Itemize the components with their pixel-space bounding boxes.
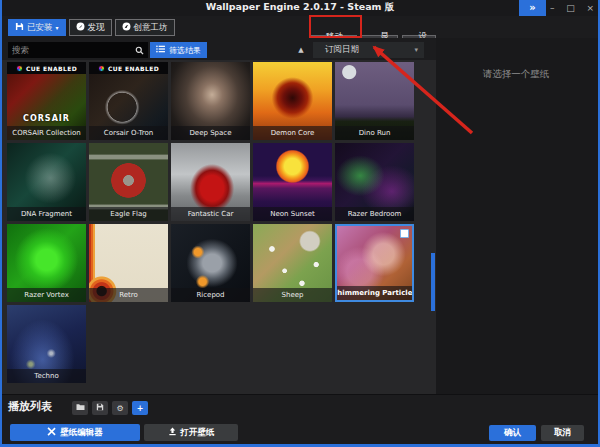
wallpaper-grid-region: CUE ENABLEDCORSAIRCORSAIR CollectionCUE … xyxy=(0,60,436,394)
tab-discover[interactable]: 发现 xyxy=(69,19,112,36)
wallpaper-title: Eagle Flag xyxy=(89,207,168,221)
tile-checkbox[interactable] xyxy=(400,229,409,238)
sort-by-value: 订阅日期 xyxy=(319,44,414,56)
icue-logo-icon xyxy=(16,65,23,72)
wallpaper-grid: CUE ENABLEDCORSAIRCORSAIR CollectionCUE … xyxy=(7,62,419,383)
wallpaper-tile[interactable]: CUE ENABLEDCORSAIRCORSAIR Collection xyxy=(7,62,86,140)
wallpaper-tile[interactable]: CUE ENABLEDCorsair O-Tron xyxy=(89,62,168,140)
wallpaper-editor-label: 壁纸编辑器 xyxy=(60,427,103,439)
wallpaper-title: DNA Fragment xyxy=(7,207,86,221)
playlist-save-button[interactable] xyxy=(92,401,108,415)
more-chevrons-button[interactable]: » xyxy=(519,0,546,16)
search-input[interactable] xyxy=(8,45,135,55)
maximize-button[interactable]: □ xyxy=(566,0,575,16)
filter-list-icon xyxy=(156,45,165,55)
wallpaper-editor-button[interactable]: 壁纸编辑器 xyxy=(10,424,140,441)
wallpaper-tile[interactable]: Eagle Flag xyxy=(89,143,168,221)
wallpaper-tile[interactable]: DNA Fragment xyxy=(7,143,86,221)
filter-results-label: 筛选结果 xyxy=(169,45,201,56)
upload-icon xyxy=(168,427,177,438)
wallpaper-title: Techno xyxy=(7,369,86,383)
wallpaper-tile[interactable]: Fantastic Car xyxy=(171,143,250,221)
wallpaper-tile[interactable]: Demon Core xyxy=(253,62,332,140)
window-title: Wallpaper Engine 2.0.17 - Steam 版 xyxy=(0,1,600,14)
playlist-add-button[interactable]: + xyxy=(132,401,148,415)
playlist-title: 播放列表 xyxy=(8,399,52,414)
folder-icon xyxy=(76,403,85,413)
bottom-bar: 播放列表 ⚙ + 壁纸编辑器 打开壁纸 确认 取消 xyxy=(0,394,600,444)
compass-icon xyxy=(76,22,85,33)
playlist-settings-button[interactable]: ⚙ xyxy=(112,401,128,415)
titlebar: Wallpaper Engine 2.0.17 - Steam 版 » – □ … xyxy=(0,0,600,16)
wallpaper-tile[interactable]: Sheep xyxy=(253,224,332,302)
wallpaper-title: Razer Bedroom xyxy=(335,207,414,221)
tab-discover-label: 发现 xyxy=(88,22,105,34)
wallpaper-tile[interactable]: Dino Run xyxy=(335,62,414,140)
tools-icon xyxy=(47,427,56,438)
wallpaper-title: Ricepod xyxy=(171,288,250,302)
chevron-down-icon: ▾ xyxy=(56,24,59,31)
icue-logo-icon xyxy=(98,65,105,72)
wallpaper-engine-window: Wallpaper Engine 2.0.17 - Steam 版 » – □ … xyxy=(0,0,600,447)
wallpaper-title: Dino Run xyxy=(335,126,414,140)
cancel-button[interactable]: 取消 xyxy=(541,425,584,441)
save-icon xyxy=(96,403,104,413)
wallpaper-tile[interactable]: Deep Space xyxy=(171,62,250,140)
workshop-icon xyxy=(122,22,131,33)
preview-panel: 请选择一个壁纸 xyxy=(436,38,600,394)
tile-overlay-text: CORSAIR xyxy=(7,114,86,123)
plus-icon: + xyxy=(137,404,144,413)
tab-bar: 已安装 ▾ 发现 创意工坊 移动设备 显示 ⚙ 设置 xyxy=(0,16,436,38)
select-wallpaper-hint: 请选择一个壁纸 xyxy=(436,68,596,81)
minimize-button[interactable]: – xyxy=(550,0,555,16)
tab-installed[interactable]: 已安装 ▾ xyxy=(8,19,66,36)
cue-enabled-label: CUE ENABLED xyxy=(108,65,159,72)
tab-installed-label: 已安装 xyxy=(27,22,53,34)
wallpaper-title: Deep Space xyxy=(171,126,250,140)
wallpaper-title: Corsair O-Tron xyxy=(89,126,168,140)
cue-enabled-badge: CUE ENABLED xyxy=(89,62,168,74)
wallpaper-title: Neon Sunset xyxy=(253,207,332,221)
sort-direction-button[interactable]: ▲ xyxy=(293,42,309,58)
window-controls: – □ × xyxy=(546,0,598,16)
search-box xyxy=(8,42,148,58)
wallpaper-tile[interactable]: Razer Bedroom xyxy=(335,143,414,221)
wallpaper-tile[interactable]: Techno xyxy=(7,305,86,383)
wallpaper-title: Razer Vortex xyxy=(7,288,86,302)
gears-icon: ⚙ xyxy=(116,404,123,413)
wallpaper-title: Sheep xyxy=(253,288,332,302)
dropdown-caret-icon: ▾ xyxy=(414,46,418,54)
open-wallpaper-button[interactable]: 打开壁纸 xyxy=(144,424,238,441)
close-button[interactable]: × xyxy=(586,0,594,16)
sort-by-dropdown[interactable]: 订阅日期 ▾ xyxy=(313,42,424,58)
tab-workshop-label: 创意工坊 xyxy=(134,22,168,34)
open-wallpaper-label: 打开壁纸 xyxy=(181,427,215,439)
wallpaper-tile[interactable]: Razer Vortex xyxy=(7,224,86,302)
filter-results-button[interactable]: 筛选结果 xyxy=(150,42,207,58)
playlist-open-folder-button[interactable] xyxy=(72,401,88,415)
confirm-button[interactable]: 确认 xyxy=(489,425,536,441)
wallpaper-tile[interactable]: Retro xyxy=(89,224,168,302)
wallpaper-tile[interactable]: Neon Sunset xyxy=(253,143,332,221)
cue-enabled-label: CUE ENABLED xyxy=(26,65,77,72)
wallpaper-title: Shimmering Particles xyxy=(337,286,412,300)
cue-enabled-badge: CUE ENABLED xyxy=(7,62,86,74)
wallpaper-tile[interactable]: Ricepod xyxy=(171,224,250,302)
save-icon xyxy=(15,22,24,33)
wallpaper-title: CORSAIR Collection xyxy=(7,126,86,140)
wallpaper-title: Retro xyxy=(89,288,168,302)
tab-workshop[interactable]: 创意工坊 xyxy=(115,19,175,36)
wallpaper-tile[interactable]: Shimmering Particles xyxy=(335,224,414,302)
toolbar: 筛选结果 ▲ 订阅日期 ▾ xyxy=(0,38,436,60)
search-icon xyxy=(135,46,144,55)
wallpaper-title: Demon Core xyxy=(253,126,332,140)
wallpaper-title: Fantastic Car xyxy=(171,207,250,221)
scrollbar-thumb[interactable] xyxy=(431,253,435,311)
